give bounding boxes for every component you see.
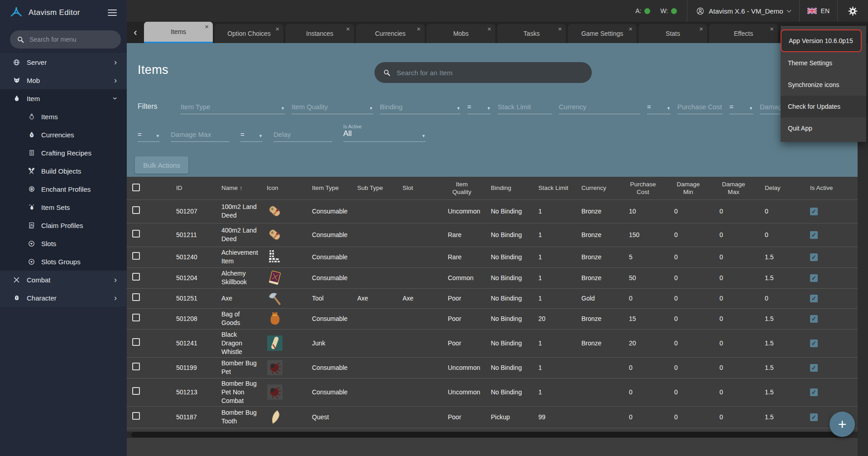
select-all-checkbox[interactable] (132, 184, 140, 191)
is-active-checkbox[interactable]: ✓ (810, 340, 818, 347)
table-row[interactable]: 501187Bomber Bug ToothQuestPoorPickup990… (127, 406, 858, 428)
is-active-checkbox[interactable]: ✓ (810, 274, 818, 282)
tab-effects[interactable]: Effects× (709, 24, 778, 43)
filter-operator[interactable]: =▼ (138, 125, 160, 142)
bulk-actions-button[interactable]: Bulk Actions (135, 156, 188, 174)
row-checkbox[interactable] (132, 363, 140, 370)
filter-operator[interactable]: =▼ (467, 97, 491, 114)
sidebar-item-server[interactable]: Server› (0, 53, 127, 71)
row-checkbox[interactable] (132, 230, 140, 238)
is-active-checkbox[interactable]: ✓ (810, 253, 818, 261)
sidebar-item-item[interactable]: Item› (0, 89, 127, 107)
menu-item-synchronize-icons[interactable]: Synchronize icons (781, 74, 866, 96)
sidebar-item-build-objects[interactable]: Build Objects (0, 162, 127, 180)
filter-delay[interactable]: Delay (273, 125, 332, 142)
sidebar-search[interactable] (10, 30, 121, 49)
item-search[interactable] (374, 62, 592, 83)
column-header-binding[interactable]: Binding (485, 177, 533, 199)
row-checkbox[interactable] (132, 412, 140, 420)
tab-close-icon[interactable]: × (770, 25, 774, 32)
column-header-icon[interactable]: Icon (261, 177, 307, 199)
row-checkbox[interactable] (132, 206, 140, 214)
sidebar-search-input[interactable] (29, 36, 109, 43)
filter-item-quality[interactable]: Item Quality▼ (292, 97, 373, 114)
row-checkbox[interactable] (132, 273, 140, 281)
column-header-delay[interactable]: Delay (759, 177, 805, 199)
add-item-button[interactable]: + (830, 412, 855, 437)
menu-item-quit-app[interactable]: Quit App (781, 117, 866, 139)
table-row[interactable]: 501240Achievement ItemConsumableRareNo B… (127, 247, 858, 267)
row-checkbox[interactable] (132, 338, 140, 346)
tab-close-icon[interactable]: × (628, 25, 633, 32)
tab-close-icon[interactable]: × (417, 25, 421, 32)
world-selector[interactable]: Atavism X.6 - VM_Demo (687, 7, 799, 15)
sidebar-item-item-sets[interactable]: Item Sets (0, 198, 127, 216)
column-header-purchase-cost[interactable]: Purchase Cost (623, 177, 669, 199)
sidebar-item-mob[interactable]: Mob› (0, 71, 127, 89)
filter-is-active[interactable]: Is ActiveAll▼ (343, 125, 426, 142)
tab-close-icon[interactable]: × (487, 25, 491, 32)
item-search-input[interactable] (397, 69, 569, 77)
column-header-id[interactable]: ID (171, 177, 216, 199)
tab-close-icon[interactable]: × (205, 23, 209, 30)
sidebar-item-currencies[interactable]: $Currencies (0, 126, 127, 144)
sidebar-item-character[interactable]: Character› (0, 289, 127, 307)
filter-stack-limit[interactable]: Stack Limit (498, 97, 552, 114)
filter-operator[interactable]: =▼ (240, 125, 263, 142)
is-active-checkbox[interactable]: ✓ (810, 388, 818, 396)
table-row[interactable]: 501207100m2 Land DeedConsumableUncommonN… (127, 199, 858, 223)
column-header-damage-max[interactable]: Damage Max (714, 177, 759, 199)
table-row[interactable]: 501241Black Dragon WhistleJunkPoorNo Bin… (127, 329, 858, 357)
filter-operator[interactable]: =▼ (647, 97, 671, 114)
row-checkbox[interactable] (132, 252, 140, 260)
table-row[interactable]: 501251AxeToolAxeAxePoorNo Binding1Gold00… (127, 288, 858, 308)
chevron-right-icon[interactable]: › (114, 276, 117, 284)
tab-game-settings[interactable]: Game Settings× (568, 24, 637, 43)
sidebar-item-claim-profiles[interactable]: Claim Profiles (0, 216, 127, 234)
tab-close-icon[interactable]: × (699, 25, 703, 32)
column-header-name[interactable]: Name↑ (216, 177, 261, 199)
is-active-checkbox[interactable]: ✓ (810, 315, 818, 323)
row-checkbox[interactable] (132, 387, 140, 395)
column-header-currency[interactable]: Currency (576, 177, 623, 199)
tab-option-choices[interactable]: Option Choices× (215, 24, 283, 43)
row-checkbox[interactable] (132, 314, 140, 321)
filter-item-type[interactable]: Item Type▼ (181, 97, 285, 114)
row-checkbox[interactable] (132, 293, 140, 301)
tab-currencies[interactable]: Currencies× (356, 24, 425, 43)
column-header-stack-limit[interactable]: Stack Limit (533, 177, 576, 199)
is-active-checkbox[interactable]: ✓ (810, 208, 818, 215)
tab-items[interactable]: Items× (144, 22, 213, 43)
column-header-is-active[interactable]: Is Active (805, 177, 858, 199)
tab-close-icon[interactable]: × (346, 25, 350, 32)
filter-binding[interactable]: Binding▼ (380, 97, 460, 114)
column-header-slot[interactable]: Slot (397, 177, 442, 199)
is-active-checkbox[interactable]: ✓ (810, 364, 818, 372)
is-active-checkbox[interactable]: ✓ (810, 231, 818, 239)
table-row[interactable]: 501208Bag of GoodsConsumablePoorNo Bindi… (127, 308, 858, 329)
chevron-right-icon[interactable]: › (114, 58, 117, 66)
sidebar-item-slots-groups[interactable]: Slots Groups (0, 252, 127, 271)
table-row[interactable]: 501204Alchemy SkillbookConsumableCommonN… (127, 267, 858, 288)
is-active-checkbox[interactable]: ✓ (810, 413, 818, 421)
sidebar-item-items[interactable]: Items (0, 107, 127, 126)
column-header-item-quality[interactable]: Item Quality (442, 177, 485, 199)
sidebar-item-enchant-profiles[interactable]: Enchant Profiles (0, 180, 127, 198)
sidebar-item-slots[interactable]: Slots (0, 234, 127, 252)
chevron-right-icon[interactable]: › (114, 76, 117, 84)
tab-close-icon[interactable]: × (275, 25, 279, 32)
horizontal-scrollbar-thumb[interactable] (131, 432, 847, 437)
table-row[interactable]: 501211400m2 Land DeedConsumableRareNo Bi… (127, 223, 858, 247)
tab-scroll-left-icon[interactable]: ‹ (127, 28, 144, 38)
tab-instances[interactable]: Instances× (285, 24, 354, 43)
filter-purchase-cost[interactable]: Purchase Cost (677, 97, 723, 114)
filter-damage-max[interactable]: Damage Max (171, 125, 230, 142)
column-header-damage-min[interactable]: Damage Min (669, 177, 714, 199)
is-active-checkbox[interactable]: ✓ (810, 295, 818, 302)
menu-item-theme-settings[interactable]: Theme Settings (781, 52, 866, 74)
table-row[interactable]: 501199Bomber Bug PetConsumableUncommonNo… (127, 357, 858, 378)
tab-close-icon[interactable]: × (558, 25, 562, 32)
menu-item-check-for-updates[interactable]: Check for Updates (781, 96, 866, 117)
filter-operator[interactable]: =▼ (729, 97, 753, 114)
language-selector[interactable]: EN (800, 7, 837, 15)
